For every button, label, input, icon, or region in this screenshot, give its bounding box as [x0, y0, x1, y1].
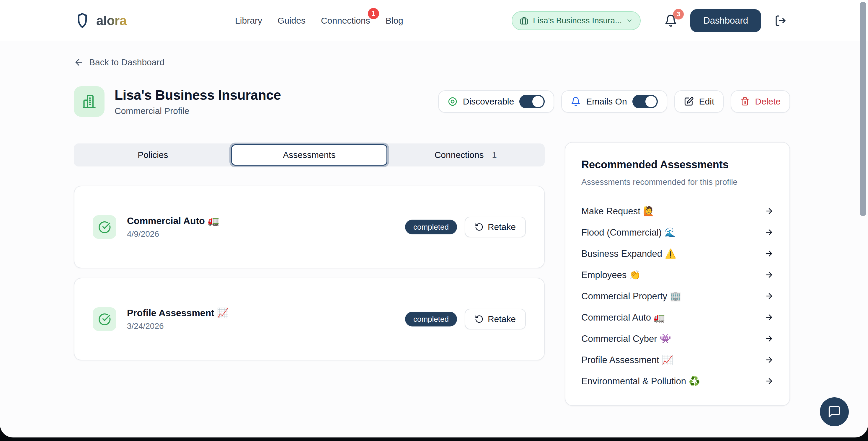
arrow-right-icon: [765, 377, 774, 385]
arrow-right-icon: [765, 207, 774, 216]
logout-button[interactable]: [774, 14, 786, 27]
profile-header: Lisa's Business Insurance Commercial Pro…: [74, 86, 790, 117]
check-circle-icon: [98, 220, 111, 233]
tab-assessments[interactable]: Assessments: [231, 144, 388, 166]
completed-check-badge: [93, 307, 116, 331]
recommended-item[interactable]: Profile Assessment 📈: [581, 349, 774, 371]
edit-label: Edit: [699, 97, 714, 106]
tab-connections[interactable]: Connections 1: [388, 144, 544, 166]
delete-label: Delete: [755, 97, 781, 106]
main-content: Back to Dashboard Lisa's Business Ins: [0, 41, 868, 406]
status-badge: completed: [405, 220, 457, 234]
vertical-scrollbar[interactable]: [860, 2, 866, 216]
nav-links: Library Guides Connections 1 Blog: [235, 14, 404, 27]
edit-pencil-icon: [684, 97, 694, 106]
assessments-column: Policies Assessments Connections 1: [74, 144, 545, 360]
arrow-right-icon: [765, 271, 774, 279]
arrow-right-icon: [765, 355, 774, 364]
recommended-item[interactable]: Employees 👏: [581, 264, 774, 285]
briefcase-icon: [519, 16, 529, 25]
arrow-left-icon: [74, 57, 84, 67]
emails-toggle[interactable]: [632, 95, 658, 108]
arrow-right-icon: [765, 313, 774, 322]
discoverable-toggle[interactable]: [519, 95, 545, 108]
assessment-title: Commercial Auto 🚛: [127, 215, 219, 226]
logout-icon: [774, 14, 786, 27]
app-page: alora Library Guides Connections 1 Blog: [0, 0, 868, 437]
recommended-column: Recommended Assessments Assessments reco…: [565, 144, 790, 406]
retake-button[interactable]: Retake: [465, 217, 526, 237]
emails-control[interactable]: Emails On: [561, 90, 667, 113]
assessment-date: 3/24/2026: [127, 321, 229, 331]
retake-button[interactable]: Retake: [465, 309, 526, 329]
edit-button[interactable]: Edit: [674, 90, 724, 113]
recommended-item[interactable]: Commercial Property 🏢: [581, 285, 774, 307]
arrow-right-icon: [765, 228, 774, 237]
tab-connections-count: 1: [492, 150, 497, 160]
profile-identity: Lisa's Business Insurance Commercial Pro…: [74, 86, 281, 117]
nav-link-connections[interactable]: Connections 1: [320, 14, 371, 27]
tab-policies[interactable]: Policies: [75, 144, 231, 166]
assessment-card: Profile Assessment 📈 3/24/2026 completed: [74, 278, 545, 360]
trash-icon: [740, 97, 750, 106]
back-link-label: Back to Dashboard: [89, 57, 164, 67]
recommended-assessments-card: Recommended Assessments Assessments reco…: [565, 142, 790, 406]
assessment-card: Commercial Auto 🚛 4/9/2026 completed: [74, 186, 545, 268]
assessment-info: Commercial Auto 🚛 4/9/2026: [127, 215, 219, 239]
assessment-title: Profile Assessment 📈: [127, 307, 229, 318]
arrow-right-icon: [765, 249, 774, 258]
recommended-item[interactable]: Make Request 🙋: [581, 200, 774, 222]
delete-button[interactable]: Delete: [731, 90, 790, 113]
profile-controls: Discoverable Emails On: [438, 90, 790, 113]
nav-link-guides[interactable]: Guides: [277, 14, 306, 27]
discoverable-control[interactable]: Discoverable: [438, 90, 554, 113]
recommended-item[interactable]: Commercial Cyber 👾: [581, 328, 774, 349]
nav-link-library[interactable]: Library: [235, 14, 263, 27]
nav-right-cluster: Lisa's Business Insura... 3 Dashboard: [512, 9, 786, 32]
assessment-actions: completed Retake: [405, 217, 526, 237]
recommended-title: Recommended Assessments: [581, 159, 774, 171]
emails-label: Emails On: [586, 97, 627, 106]
chevron-down-icon: [626, 17, 633, 24]
check-circle-icon: [98, 313, 111, 325]
assessment-info: Profile Assessment 📈 3/24/2026: [127, 307, 229, 331]
discoverable-label: Discoverable: [463, 97, 514, 106]
arrow-right-icon: [765, 292, 774, 301]
top-navbar: alora Library Guides Connections 1 Blog: [0, 0, 868, 41]
content-columns: Policies Assessments Connections 1: [74, 144, 790, 406]
notifications-count-badge: 3: [673, 9, 684, 20]
assessment-date: 4/9/2026: [127, 229, 219, 239]
profile-avatar: [74, 86, 104, 117]
assessment-actions: completed Retake: [405, 309, 526, 329]
connections-count-badge: 1: [368, 8, 379, 19]
chat-widget-button[interactable]: [820, 397, 849, 426]
recommended-item[interactable]: Business Expanded ⚠️: [581, 243, 774, 264]
profile-titles: Lisa's Business Insurance Commercial Pro…: [115, 87, 281, 116]
profile-selector-label: Lisa's Business Insura...: [533, 16, 622, 25]
back-to-dashboard-link[interactable]: Back to Dashboard: [74, 57, 164, 67]
page-title: Lisa's Business Insurance: [115, 87, 281, 103]
retake-rotate-icon: [475, 223, 484, 231]
page-subtitle: Commercial Profile: [115, 106, 281, 116]
building-icon: [81, 93, 97, 110]
brand-name: alora: [96, 13, 127, 28]
notifications-button[interactable]: 3: [664, 14, 677, 27]
recommended-item[interactable]: Flood (Commercial) 🌊: [581, 222, 774, 243]
recommended-list: Make Request 🙋 Flood (Commercial) 🌊 Busi…: [581, 200, 774, 392]
recommended-item[interactable]: Environmental & Pollution ♻️: [581, 371, 774, 392]
discoverable-eye-icon: [447, 97, 458, 106]
status-badge: completed: [405, 312, 457, 326]
nav-link-blog[interactable]: Blog: [385, 14, 404, 27]
arrow-right-icon: [765, 334, 774, 343]
recommended-item[interactable]: Commercial Auto 🚛: [581, 307, 774, 328]
shield-logo-icon: [74, 12, 91, 29]
brand-logo[interactable]: alora: [74, 12, 127, 29]
recommended-subtitle: Assessments recommended for this profile: [581, 178, 774, 187]
email-bell-icon: [571, 97, 581, 106]
completed-check-badge: [93, 215, 116, 239]
retake-rotate-icon: [475, 315, 484, 323]
profile-selector-dropdown[interactable]: Lisa's Business Insura...: [512, 11, 641, 30]
profile-tabs: Policies Assessments Connections 1: [74, 144, 545, 166]
chat-bubble-icon: [828, 405, 841, 418]
dashboard-button[interactable]: Dashboard: [690, 9, 761, 32]
